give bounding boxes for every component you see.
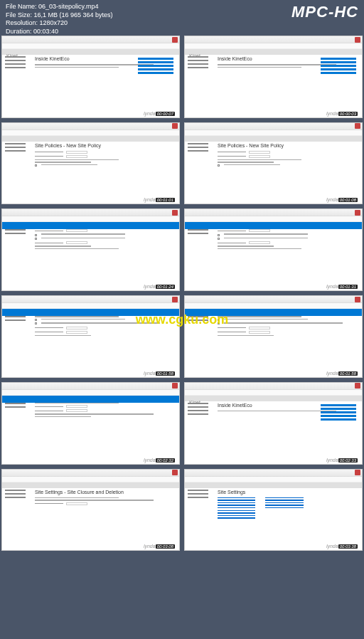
left-nav bbox=[5, 229, 31, 282]
content-area: Site Policies - New Site Policy bbox=[35, 143, 175, 196]
thumbnail-frame[interactable]: lynda00:01:24 bbox=[1, 208, 180, 291]
left-nav bbox=[188, 403, 213, 455]
content-area: Site Settings - Site Closure and Deletio… bbox=[35, 490, 175, 542]
thumbnail-frame[interactable]: lynda00:01:58 bbox=[1, 295, 180, 378]
left-nav bbox=[5, 316, 31, 369]
brand-watermark: lynda00:03:08 bbox=[144, 544, 175, 549]
address-bar bbox=[2, 390, 179, 396]
brand-watermark: lynda00:02:33 bbox=[326, 458, 358, 463]
close-icon bbox=[172, 383, 178, 389]
content-area bbox=[35, 316, 175, 369]
address-bar bbox=[185, 130, 362, 136]
filename-value: 06_03-sitepolicy.mp4 bbox=[38, 3, 98, 10]
content-area: Site Policies - New Site Policy bbox=[218, 143, 358, 196]
close-icon bbox=[172, 123, 178, 129]
filesize-label: File Size: bbox=[6, 11, 32, 19]
window-titlebar bbox=[185, 123, 362, 130]
brand-watermark: lynda00:01:01 bbox=[144, 197, 175, 202]
window-titlebar bbox=[2, 123, 179, 130]
thumbnail-grid: Kinet Inside KinetEco lynda00:00:07 Kine… bbox=[1, 36, 363, 638]
brand-watermark: lynda00:00:03 bbox=[326, 111, 358, 116]
left-nav bbox=[5, 56, 31, 109]
address-bar bbox=[185, 303, 362, 309]
page-title: Site Policies - New Site Policy bbox=[35, 143, 175, 148]
timecode: 00:01:08 bbox=[338, 198, 358, 202]
close-icon bbox=[172, 210, 178, 216]
ribbon-bar bbox=[185, 136, 362, 142]
brand-watermark: lynda00:03:38 bbox=[326, 544, 358, 549]
thumbnail-frame[interactable]: Kinet Inside KinetEco lynda00:00:07 bbox=[1, 36, 180, 118]
timecode: 00:01:58 bbox=[156, 371, 175, 376]
ribbon-bar bbox=[2, 136, 179, 142]
brand-watermark: lynda00:00:07 bbox=[144, 111, 175, 116]
suite-bar bbox=[185, 222, 362, 229]
timecode: 00:01:31 bbox=[338, 285, 358, 289]
left-nav bbox=[5, 143, 31, 196]
filesize-value: 16,1 MB (16 965 364 bytes) bbox=[34, 11, 113, 19]
page-title: Site Settings - Site Closure and Deletio… bbox=[35, 490, 175, 495]
left-nav bbox=[188, 229, 213, 282]
brand-watermark: lynda00:02:32 bbox=[144, 458, 175, 463]
duration-value: 00:03:40 bbox=[33, 28, 58, 35]
timecode: 00:03:08 bbox=[156, 544, 175, 549]
document-list bbox=[138, 58, 173, 75]
thumbnail-frame[interactable]: Site Policies - New Site Policy lynda00:… bbox=[184, 122, 363, 205]
window-titlebar bbox=[2, 383, 179, 390]
thumbnail-frame[interactable]: Site Settings - Site Closure and Deletio… bbox=[1, 469, 180, 551]
thumbnail-frame[interactable]: Site Settings lynda00:03:38 bbox=[184, 469, 363, 551]
close-icon bbox=[355, 123, 360, 129]
address-bar bbox=[185, 216, 362, 222]
document-list bbox=[321, 404, 356, 422]
address-bar bbox=[185, 477, 362, 482]
thumbnail-frame[interactable]: Kinet Inside KinetEco lynda00:02:33 bbox=[184, 382, 363, 465]
window-titlebar bbox=[185, 296, 362, 303]
timecode: 00:02:32 bbox=[156, 458, 175, 463]
timecode: 00:03:38 bbox=[338, 544, 358, 549]
brand-watermark: lynda00:01:58 bbox=[326, 371, 358, 376]
address-bar bbox=[2, 130, 179, 136]
close-icon bbox=[355, 383, 360, 389]
ribbon-bar bbox=[2, 482, 179, 488]
address-bar bbox=[2, 216, 179, 222]
thumbnail-frame[interactable]: lynda00:02:32 bbox=[1, 382, 180, 465]
suite-bar bbox=[185, 309, 362, 316]
page-title: Site Policies - New Site Policy bbox=[218, 143, 358, 148]
timecode: 00:01:24 bbox=[156, 285, 175, 289]
address-bar bbox=[185, 390, 362, 396]
left-nav bbox=[188, 56, 213, 109]
left-nav bbox=[188, 143, 213, 196]
thumbnail-frame[interactable]: Kinet Inside KinetEco lynda00:00:03 bbox=[184, 36, 363, 118]
timecode: 00:01:01 bbox=[156, 198, 175, 202]
window-titlebar bbox=[2, 209, 179, 216]
window-titlebar bbox=[2, 296, 179, 303]
brand-watermark: lynda00:01:58 bbox=[144, 371, 175, 376]
address-bar bbox=[2, 303, 179, 309]
left-nav bbox=[188, 490, 213, 542]
timecode: 00:00:03 bbox=[338, 112, 358, 116]
thumbnail-frame[interactable]: lynda00:01:58 bbox=[184, 295, 363, 378]
thumbnail-frame[interactable]: Site Policies - New Site Policy lynda00:… bbox=[1, 122, 180, 205]
left-nav bbox=[5, 403, 31, 455]
close-icon bbox=[172, 297, 178, 302]
resolution-value: 1280x720 bbox=[40, 19, 68, 26]
left-nav bbox=[188, 316, 213, 369]
close-icon bbox=[355, 470, 360, 475]
address-bar bbox=[2, 477, 179, 482]
thumbnail-frame[interactable]: lynda00:01:31 bbox=[184, 208, 363, 291]
suite-bar bbox=[2, 309, 179, 316]
window-titlebar bbox=[185, 383, 362, 390]
resolution-label: Resolution: bbox=[6, 19, 38, 26]
timecode: 00:02:33 bbox=[338, 458, 358, 463]
ribbon-bar bbox=[185, 396, 362, 401]
filename-label: File Name: bbox=[6, 3, 37, 10]
brand-watermark: lynda00:01:31 bbox=[326, 284, 358, 289]
brand-watermark: lynda00:01:24 bbox=[144, 284, 175, 289]
left-nav bbox=[5, 490, 31, 542]
address-bar bbox=[185, 43, 362, 49]
address-bar bbox=[2, 43, 179, 49]
content-area bbox=[218, 316, 358, 369]
window-titlebar bbox=[2, 470, 179, 477]
window-titlebar bbox=[185, 209, 362, 216]
window-titlebar bbox=[185, 470, 362, 477]
content-area bbox=[35, 229, 175, 282]
